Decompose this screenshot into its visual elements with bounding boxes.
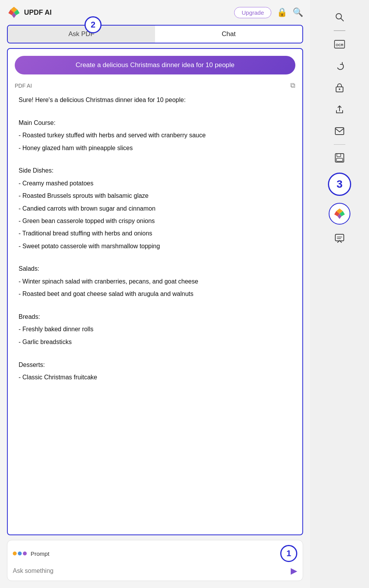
upgrade-button[interactable]: Upgrade xyxy=(234,7,271,18)
dot-blue xyxy=(18,552,22,555)
updf-ai-bottom-icon[interactable] xyxy=(329,203,350,225)
sidebar-lock-icon[interactable] xyxy=(331,79,348,97)
chat-area: Create a delicious Christmas dinner idea… xyxy=(7,48,303,535)
dot-orange xyxy=(13,552,17,555)
svg-rect-11 xyxy=(335,234,344,241)
copy-icon[interactable]: ⧉ xyxy=(290,81,295,90)
step-badge-3: 3 xyxy=(328,173,351,196)
sidebar-ocr-icon[interactable]: OCR xyxy=(331,35,348,53)
user-message: Create a delicious Christmas dinner idea… xyxy=(15,56,295,74)
sidebar-divider-1 xyxy=(334,30,345,31)
svg-rect-9 xyxy=(337,154,341,157)
logo-area: UPDF AI xyxy=(7,5,52,19)
prompt-left: Prompt xyxy=(13,550,49,557)
sidebar-chat-icon[interactable] xyxy=(331,230,348,247)
prompt-label: Prompt xyxy=(31,550,49,557)
svg-point-5 xyxy=(339,88,340,90)
sidebar-search-icon[interactable] xyxy=(331,8,348,26)
sidebar-share-icon[interactable] xyxy=(331,100,348,118)
prompt-input[interactable] xyxy=(13,567,291,574)
svg-rect-7 xyxy=(335,128,344,135)
app-title: UPDF AI xyxy=(24,9,52,17)
tab-chat[interactable]: Chat xyxy=(155,26,302,43)
tab-ask-pdf[interactable]: Ask PDF xyxy=(8,26,155,43)
main-panel: UPDF AI Upgrade 🔒 🔍 2 Ask PDF Chat Creat… xyxy=(0,0,310,588)
svg-text:OCR: OCR xyxy=(336,43,344,47)
svg-rect-10 xyxy=(336,158,343,161)
header-right: Upgrade 🔒 🔍 xyxy=(234,7,303,18)
right-sidebar: OCR xyxy=(310,0,369,588)
tabs-container: Ask PDF Chat xyxy=(7,25,303,43)
search-icon[interactable]: 🔍 xyxy=(293,7,303,17)
ai-label: PDF AI xyxy=(15,83,32,89)
sidebar-save-icon[interactable] xyxy=(331,149,348,167)
header: UPDF AI Upgrade 🔒 🔍 xyxy=(0,0,310,25)
dots-icon xyxy=(13,552,27,555)
prompt-input-row: ▶ xyxy=(13,566,297,576)
svg-line-1 xyxy=(341,19,344,21)
sidebar-divider-2 xyxy=(334,144,345,145)
sidebar-rotate-icon[interactable] xyxy=(331,57,348,75)
updf-logo-icon xyxy=(7,5,21,19)
ai-response-container: PDF AI ⧉ Sure! Here's a delicious Christ… xyxy=(8,79,302,534)
step-badge-2: 2 xyxy=(84,16,102,33)
prompt-area: Prompt 1 ▶ xyxy=(7,540,303,581)
ai-label-row: PDF AI ⧉ xyxy=(13,79,297,91)
sidebar-mail-icon[interactable] xyxy=(331,122,348,140)
dot-purple xyxy=(23,552,27,555)
send-button[interactable]: ▶ xyxy=(291,566,297,576)
lock-icon[interactable]: 🔒 xyxy=(277,7,287,17)
step-badge-1: 1 xyxy=(280,545,297,562)
prompt-top: Prompt 1 xyxy=(13,545,297,562)
send-arrow-icon: ▶ xyxy=(291,566,297,576)
ai-response-box: Sure! Here's a delicious Christmas dinne… xyxy=(13,91,297,389)
